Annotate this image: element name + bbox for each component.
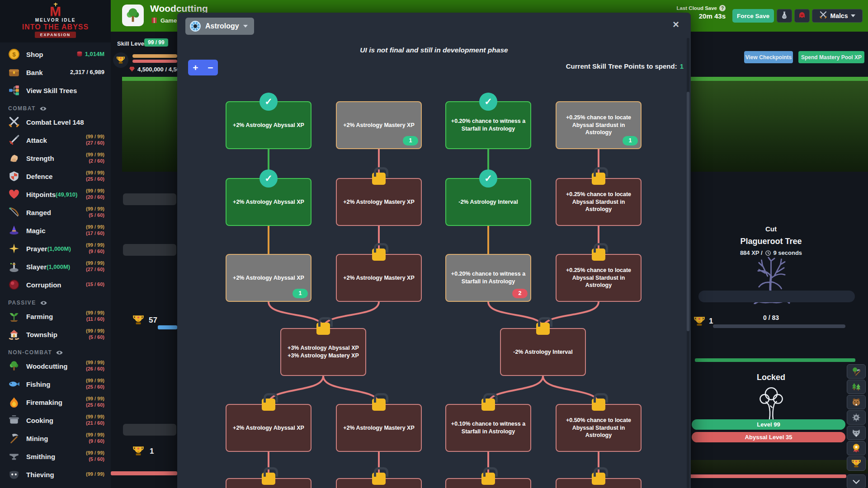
trophy-icon bbox=[851, 459, 861, 469]
forest-banner-right bbox=[691, 81, 868, 172]
sidebar-item-thieving[interactable]: Thieving(99 / 99) bbox=[0, 465, 111, 483]
locked-tree-icon bbox=[753, 384, 790, 421]
sidebar-item-cooking[interactable]: Cooking(99 / 99)(21 / 60) bbox=[0, 411, 111, 429]
sidebar-item-view-skill-trees[interactable]: View Skill Trees bbox=[0, 81, 111, 99]
skill-tree-node[interactable]: +0.25% chance to locate Abyssal Stardust… bbox=[556, 254, 642, 302]
rail-button-trophy[interactable] bbox=[847, 456, 866, 471]
skill-tree-node[interactable]: +2% Astrology Mastery XP bbox=[336, 254, 422, 302]
sidebar-item-combat-level[interactable]: Combat Level 148 bbox=[0, 113, 111, 131]
tree-name: Plagueroot Tree bbox=[691, 237, 851, 246]
sidebar-item-label: Township bbox=[26, 331, 57, 338]
skill-tree-node[interactable] bbox=[556, 478, 642, 488]
skill-tree-node[interactable]: +3% Astrology Abyssal XP+3% Astrology Ma… bbox=[280, 328, 366, 376]
sidebar-item-firemaking[interactable]: Firemaking(99 / 99)(25 / 60) bbox=[0, 393, 111, 411]
sidebar-section-non-combat: NON-COMBAT bbox=[0, 343, 111, 357]
rail-button-medal[interactable] bbox=[847, 441, 866, 455]
skill-tree-node[interactable]: +0.25% chance to locate Abyssal Stardust… bbox=[556, 178, 642, 226]
sidebar-item-prayer[interactable]: Prayer(1,000M)(99 / 99)(9 / 60) bbox=[0, 239, 111, 258]
lock-icon bbox=[592, 399, 605, 411]
skill-tree-node[interactable]: +0.50% chance to locate Abyssal Stardust… bbox=[556, 404, 642, 452]
sidebar-item-label: Slayer bbox=[26, 263, 47, 271]
points-spent-badge: 1 bbox=[292, 289, 308, 298]
lock-icon bbox=[592, 473, 605, 485]
eye-icon[interactable] bbox=[39, 105, 47, 113]
sidebar-item-mining[interactable]: Mining(99 / 99)(9 / 60) bbox=[0, 429, 111, 447]
force-save-button[interactable]: Force Save bbox=[732, 9, 774, 23]
chest-icon bbox=[8, 66, 20, 78]
sidebar-item-hitpoints[interactable]: Hitpoints(49,910)(99 / 99)(20 / 60) bbox=[0, 185, 111, 203]
sidebar-item-township[interactable]: Township(99 / 99)(5 / 60) bbox=[0, 325, 111, 343]
sidebar-section-passive: PASSIVE bbox=[0, 294, 111, 307]
chevron-down-icon bbox=[851, 14, 855, 17]
skill-tree-node[interactable] bbox=[226, 478, 311, 488]
skill-tree-node[interactable]: +2% Astrology Abyssal XP bbox=[226, 404, 311, 452]
sidebar-item-magic[interactable]: Magic(99 / 99)(17 / 60) bbox=[0, 221, 111, 239]
skill-tree-node[interactable]: +2% Astrology Mastery XP bbox=[336, 404, 422, 452]
skill-tree-node[interactable]: +2% Astrology Abyssal XP✓ bbox=[226, 178, 311, 226]
equipment-button[interactable] bbox=[794, 9, 810, 23]
logo-subtitle: INTO THE ABYSS bbox=[22, 23, 89, 31]
sidebar-item-fishing[interactable]: Fishing(99 / 99)(25 / 60) bbox=[0, 375, 111, 393]
skill-tree-node[interactable]: -2% Astrology Interval✓ bbox=[445, 178, 531, 226]
rail-button-tree-pickaxe[interactable] bbox=[847, 364, 866, 379]
skill-tree-node[interactable]: +0.20% chance to witness a Starfall in A… bbox=[445, 101, 531, 149]
eye-icon[interactable] bbox=[56, 349, 63, 357]
character-menu-button[interactable]: Malcs bbox=[812, 9, 863, 23]
trophy-icon bbox=[132, 445, 144, 457]
skill-tree-node[interactable]: +2% Astrology Mastery XP1 bbox=[336, 101, 422, 149]
pot-icon bbox=[8, 414, 20, 426]
sidebar-item-bank[interactable]: Bank2,317 / 6,989 bbox=[0, 63, 111, 81]
skill-tree-node[interactable]: +2% Astrology Abyssal XP✓ bbox=[226, 101, 311, 149]
rail-button-gear[interactable] bbox=[847, 410, 866, 425]
node-effect-text: +3% Astrology Abyssal XP bbox=[288, 344, 359, 352]
sprout-icon bbox=[8, 310, 20, 322]
sidebar-item-farming[interactable]: Farming(99 / 99)(11 / 60) bbox=[0, 307, 111, 325]
skill-tree-node[interactable]: +0.25% chance to locate Abyssal Stardust… bbox=[556, 101, 642, 149]
skill-tree-modal: Astrology × UI is not final and still in… bbox=[177, 13, 691, 488]
check-icon: ✓ bbox=[259, 169, 278, 188]
spend-mastery-pool-button[interactable]: Spend Mastery Pool XP bbox=[798, 51, 864, 63]
skill-tree-node[interactable]: +2% Astrology Mastery XP bbox=[336, 178, 422, 226]
sidebar-item-label: Woodcutting bbox=[26, 362, 67, 370]
rail-button-wolf[interactable] bbox=[847, 426, 866, 440]
sidebar-item-stats: (99 / 99)(27 / 60) bbox=[86, 260, 104, 273]
book-icon bbox=[151, 17, 158, 24]
view-checkpoints-button[interactable]: View Checkpoints bbox=[744, 51, 793, 63]
sidebar-item-woodcutting[interactable]: Woodcutting(99 / 99)(26 / 60) bbox=[0, 357, 111, 375]
check-icon: ✓ bbox=[479, 93, 497, 111]
flask-icon bbox=[780, 11, 788, 19]
modal-scrollbar-thumb[interactable] bbox=[687, 92, 689, 331]
bow-icon bbox=[8, 206, 20, 218]
rail-collapse-button[interactable] bbox=[847, 474, 866, 488]
sidebar-item-attack[interactable]: Attack(99 / 99)(27 / 60) bbox=[0, 131, 111, 149]
help-icon[interactable]: ? bbox=[719, 5, 726, 11]
sidebar-item-stats: (99 / 99)(25 / 60) bbox=[86, 170, 104, 183]
rail-button-pine-trees[interactable] bbox=[847, 380, 866, 394]
sidebar-section-combat: COMBAT bbox=[0, 99, 111, 113]
skill-tree-node[interactable] bbox=[445, 478, 531, 488]
sidebar-item-strength[interactable]: Strength(99 / 99)(2 / 60) bbox=[0, 149, 111, 167]
sidebar-item-ranged[interactable]: Ranged(99 / 99)(5 / 60) bbox=[0, 203, 111, 221]
pine-trees-icon bbox=[851, 382, 861, 392]
book-icon bbox=[151, 17, 158, 24]
sidebar-item-smithing[interactable]: Smithing(99 / 99)(5 / 60) bbox=[0, 447, 111, 465]
sidebar-item-stats: (99 / 99)(5 / 60) bbox=[86, 206, 104, 219]
eye-icon[interactable] bbox=[40, 299, 47, 307]
potion-button[interactable] bbox=[777, 9, 792, 23]
skill-tree-node[interactable]: +2% Astrology Abyssal XP1 bbox=[226, 254, 311, 302]
card-progress-container bbox=[698, 291, 855, 302]
skill-tree-node[interactable]: -2% Astrology Interval bbox=[500, 328, 586, 376]
skill-tree-node[interactable]: +0.20% chance to witness a Starfall in A… bbox=[445, 254, 531, 302]
sidebar-item-slayer[interactable]: Slayer(1,000M)(99 / 99)(27 / 60) bbox=[0, 258, 111, 276]
skill-tree-node[interactable]: +0.10% chance to witness a Starfall in A… bbox=[445, 404, 531, 452]
rail-button-beaver[interactable] bbox=[847, 395, 866, 409]
pickaxe-icon bbox=[8, 432, 20, 444]
crossed-swords-icon bbox=[819, 11, 827, 21]
node-effect-text: +3% Astrology Mastery XP bbox=[288, 352, 359, 360]
sidebar-item-defence[interactable]: Defence(99 / 99)(25 / 60) bbox=[0, 167, 111, 185]
skill-tree-node[interactable] bbox=[336, 478, 422, 488]
sidebar-item-corruption[interactable]: Corruption(15 / 60) bbox=[0, 276, 111, 294]
wolf-icon bbox=[851, 428, 861, 438]
sidebar-item-shop[interactable]: $Shop1,014M bbox=[0, 45, 111, 63]
sidebar-item-label: Farming bbox=[26, 313, 53, 320]
